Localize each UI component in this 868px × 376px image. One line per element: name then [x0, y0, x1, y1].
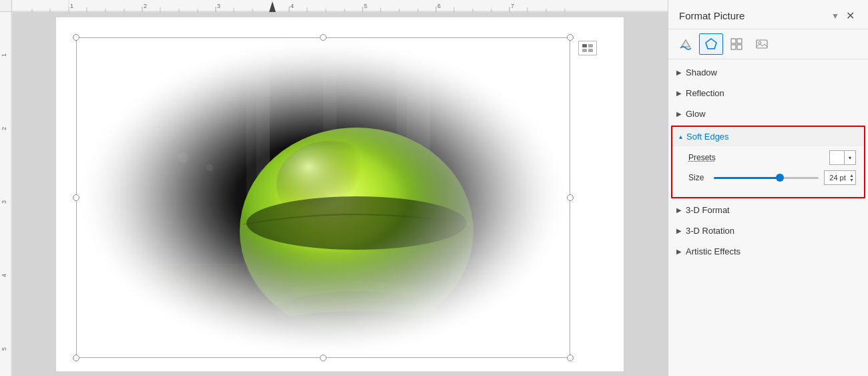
handle-middle-right[interactable] [567, 194, 574, 201]
artistic-effects-label: Artistic Effects [686, 246, 740, 256]
svg-rect-76 [731, 45, 736, 49]
ruler-left: 1 2 3 4 5 [0, 12, 12, 376]
size-label: Size [688, 173, 708, 182]
layout-icon-svg [582, 43, 594, 53]
svg-rect-0 [12, 0, 668, 12]
handle-bottom-left[interactable] [73, 355, 79, 361]
reflection-arrow: ▶ [676, 89, 682, 97]
3d-rotation-label: 3-D Rotation [686, 226, 734, 236]
glow-header[interactable]: ▶ Glow [668, 104, 868, 124]
svg-rect-77 [737, 45, 742, 49]
svg-text:1: 1 [1, 53, 7, 57]
artistic-effects-header[interactable]: ▶ Artistic Effects [668, 241, 868, 262]
3d-rotation-arrow: ▶ [676, 227, 682, 234]
reflection-header[interactable]: ▶ Reflection [668, 83, 868, 104]
svg-rect-40 [0, 12, 12, 376]
artistic-effects-arrow: ▶ [676, 248, 682, 255]
tab-size-properties[interactable] [724, 33, 748, 55]
artistic-effects-section: ▶ Artistic Effects [668, 241, 868, 262]
ruler-marks-left: 1 2 3 4 5 [0, 12, 12, 376]
reflection-section: ▶ Reflection [668, 83, 868, 104]
size-up-arrow[interactable]: ▲ [849, 173, 854, 178]
size-slider[interactable] [714, 172, 819, 183]
size-properties-icon [730, 37, 743, 51]
fill-line-icon [679, 37, 692, 51]
shadow-label: Shadow [686, 67, 717, 77]
slider-track [714, 177, 819, 179]
image-frame[interactable] [76, 37, 570, 358]
tab-fill-line[interactable] [674, 33, 698, 55]
svg-text:5: 5 [364, 3, 367, 9]
panel-close-button[interactable]: ✕ [843, 8, 857, 23]
size-row: Size 24 pt ▲ ▼ [688, 170, 856, 185]
handle-bottom-right[interactable] [567, 355, 574, 361]
svg-text:1: 1 [70, 3, 73, 9]
sections-container: ▶ Shadow ▶ Reflection ▶ Glow ▴ Soft Edge… [668, 59, 868, 376]
shadow-arrow: ▶ [676, 69, 682, 76]
3d-format-label: 3-D Format [686, 205, 730, 215]
svg-text:7: 7 [511, 3, 514, 9]
svg-text:4: 4 [1, 274, 7, 277]
panel-tabs [668, 29, 868, 59]
size-input[interactable]: 24 pt ▲ ▼ [824, 170, 856, 185]
svg-text:2: 2 [1, 127, 7, 130]
svg-rect-72 [588, 49, 593, 52]
shadow-section: ▶ Shadow [668, 62, 868, 83]
svg-rect-71 [582, 49, 587, 52]
svg-rect-74 [731, 39, 736, 43]
soft-edges-section: ▴ Soft Edges Presets ▾ Size [671, 126, 865, 198]
presets-row: Presets ▾ [688, 150, 856, 165]
ruler-corner [0, 0, 12, 12]
panel-header: Format Picture ▼ ✕ [668, 0, 868, 29]
slider-thumb[interactable] [776, 174, 784, 182]
tab-picture[interactable] [750, 33, 774, 55]
soft-edges-label: Soft Edges [686, 132, 729, 142]
svg-text:6: 6 [437, 3, 441, 9]
presets-dropdown[interactable]: ▾ [829, 150, 856, 165]
ruler-top: 1 2 3 4 5 6 7 [0, 0, 668, 12]
3d-format-section: ▶ 3-D Format [668, 200, 868, 220]
svg-text:3: 3 [1, 200, 7, 204]
3d-rotation-section: ▶ 3-D Rotation [668, 220, 868, 241]
svg-text:5: 5 [1, 347, 7, 351]
svg-text:2: 2 [144, 3, 147, 9]
ruler-marks-top: 1 2 3 4 5 6 7 [12, 0, 668, 12]
3d-rotation-header[interactable]: ▶ 3-D Rotation [668, 220, 868, 241]
glow-arrow: ▶ [676, 110, 682, 118]
preset-color-preview [830, 151, 845, 164]
presets-label: Presets [688, 153, 728, 162]
3d-format-arrow: ▶ [676, 206, 682, 214]
handle-top-center[interactable] [320, 34, 327, 41]
svg-text:3: 3 [217, 3, 220, 9]
picture-icon [755, 37, 769, 51]
tab-effects[interactable] [699, 33, 723, 55]
handle-bottom-center[interactable] [320, 355, 327, 361]
shadow-header[interactable]: ▶ Shadow [668, 62, 868, 83]
size-down-arrow[interactable]: ▼ [849, 178, 854, 182]
svg-rect-69 [582, 44, 587, 47]
format-picture-panel: Format Picture ▼ ✕ [668, 0, 868, 376]
effects-icon [704, 37, 718, 51]
handle-top-right[interactable] [567, 34, 574, 41]
slider-fill [714, 177, 782, 179]
canvas-workspace [12, 12, 668, 376]
handle-top-left[interactable] [73, 34, 79, 41]
reflection-label: Reflection [686, 88, 724, 98]
svg-text:4: 4 [290, 3, 294, 9]
svg-rect-70 [588, 44, 593, 47]
glow-label: Glow [686, 109, 706, 119]
soft-edges-content: Presets ▾ Size [672, 146, 864, 197]
svg-rect-78 [756, 40, 767, 48]
selection-border [76, 37, 570, 358]
svg-rect-75 [737, 39, 742, 43]
layout-icon-button[interactable] [578, 41, 597, 55]
glow-section: ▶ Glow [668, 104, 868, 124]
panel-options-button[interactable]: ▼ [831, 11, 839, 21]
size-spinners[interactable]: ▲ ▼ [849, 173, 854, 182]
preset-dropdown-arrow[interactable]: ▾ [845, 151, 855, 164]
handle-middle-left[interactable] [73, 194, 79, 201]
3d-format-header[interactable]: ▶ 3-D Format [668, 200, 868, 220]
soft-edges-header[interactable]: ▴ Soft Edges [672, 127, 864, 146]
canvas-area: 1 2 3 4 5 6 7 [0, 0, 668, 376]
canvas-page [56, 17, 624, 371]
